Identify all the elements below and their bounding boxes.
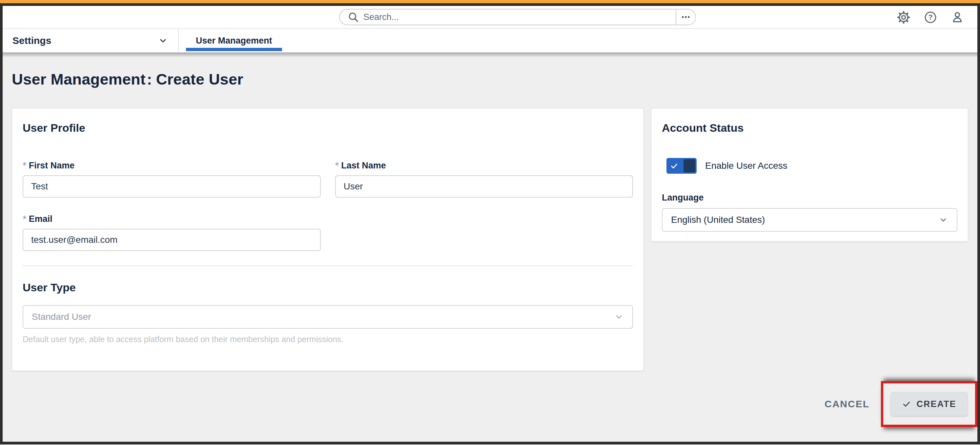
gear-icon[interactable] bbox=[897, 11, 910, 24]
annotation-highlight-box: CREATE bbox=[881, 381, 977, 427]
help-icon[interactable]: ? bbox=[924, 11, 937, 24]
enable-user-access-row: Enable User Access bbox=[667, 158, 958, 174]
top-bar: ? bbox=[3, 6, 977, 29]
chevron-down-icon bbox=[158, 35, 168, 46]
page-title: User Management:Create User bbox=[12, 70, 243, 88]
chevron-down-icon bbox=[939, 215, 948, 225]
user-type-helper-text: Default user type, able to access platfo… bbox=[22, 334, 633, 344]
last-name-field-group: * Last Name bbox=[335, 161, 633, 198]
content-area: User Profile * First Name * Last Name bbox=[12, 108, 968, 371]
language-selected-value: English (United States) bbox=[671, 215, 765, 225]
tab-label: User Management bbox=[196, 36, 272, 46]
user-type-selected-value: Standard User bbox=[32, 312, 91, 322]
search-input[interactable] bbox=[363, 12, 676, 22]
global-search[interactable] bbox=[339, 9, 696, 25]
enable-user-access-toggle[interactable] bbox=[667, 158, 697, 174]
account-status-heading: Account Status bbox=[662, 122, 958, 135]
first-name-label: * First Name bbox=[22, 161, 321, 171]
form-grid-spacer bbox=[335, 214, 633, 251]
language-select[interactable]: English (United States) bbox=[662, 208, 958, 232]
checkmark-icon bbox=[902, 399, 911, 409]
required-marker: * bbox=[22, 214, 27, 224]
settings-menu-label: Settings bbox=[13, 35, 51, 46]
ellipsis-icon bbox=[680, 13, 692, 21]
search-icon bbox=[348, 11, 359, 22]
active-tab-underline bbox=[186, 48, 282, 51]
first-name-input[interactable] bbox=[22, 175, 321, 198]
user-profile-card: User Profile * First Name * Last Name bbox=[12, 108, 644, 371]
svg-text:?: ? bbox=[928, 13, 932, 21]
user-account-icon[interactable] bbox=[951, 11, 964, 24]
language-label: Language bbox=[662, 193, 958, 203]
settings-menu-dropdown[interactable]: Settings bbox=[3, 29, 179, 52]
app-window: ? Settings User Management User Manageme… bbox=[0, 3, 980, 444]
required-marker: * bbox=[22, 161, 27, 170]
checkmark-icon bbox=[670, 162, 679, 170]
user-type-heading: User Type bbox=[22, 281, 633, 294]
nav-bar-shadow bbox=[3, 52, 977, 57]
page-title-separator: : bbox=[147, 70, 152, 88]
required-marker: * bbox=[335, 161, 339, 170]
toggle-knob bbox=[684, 159, 695, 173]
accent-top-bar bbox=[0, 0, 980, 3]
account-status-card: Account Status Enable User Access Langua… bbox=[651, 108, 968, 242]
user-type-select[interactable]: Standard User bbox=[22, 305, 633, 329]
section-divider bbox=[22, 265, 633, 266]
chevron-down-icon bbox=[614, 312, 624, 322]
top-bar-icons: ? bbox=[897, 6, 964, 29]
search-more-options-button[interactable] bbox=[676, 10, 695, 25]
last-name-label: * Last Name bbox=[335, 161, 633, 171]
enable-user-access-label: Enable User Access bbox=[705, 161, 788, 171]
cancel-button[interactable]: CANCEL bbox=[824, 399, 869, 410]
email-field-group: * Email bbox=[22, 214, 321, 251]
first-name-field-group: * First Name bbox=[22, 161, 321, 198]
tab-user-management[interactable]: User Management bbox=[186, 29, 282, 52]
page-title-action: Create User bbox=[156, 70, 243, 88]
email-input[interactable] bbox=[22, 229, 321, 251]
nav-bar: Settings User Management bbox=[3, 29, 977, 52]
create-button[interactable]: CREATE bbox=[891, 392, 967, 416]
user-profile-heading: User Profile bbox=[22, 122, 633, 135]
last-name-input[interactable] bbox=[335, 175, 633, 198]
email-label: * Email bbox=[22, 214, 321, 224]
user-profile-form: * First Name * Last Name * Email bbox=[22, 161, 633, 251]
page-title-section: User Management bbox=[12, 70, 146, 88]
form-actions: CANCEL CREATE bbox=[824, 381, 977, 427]
create-button-label: CREATE bbox=[916, 399, 956, 409]
